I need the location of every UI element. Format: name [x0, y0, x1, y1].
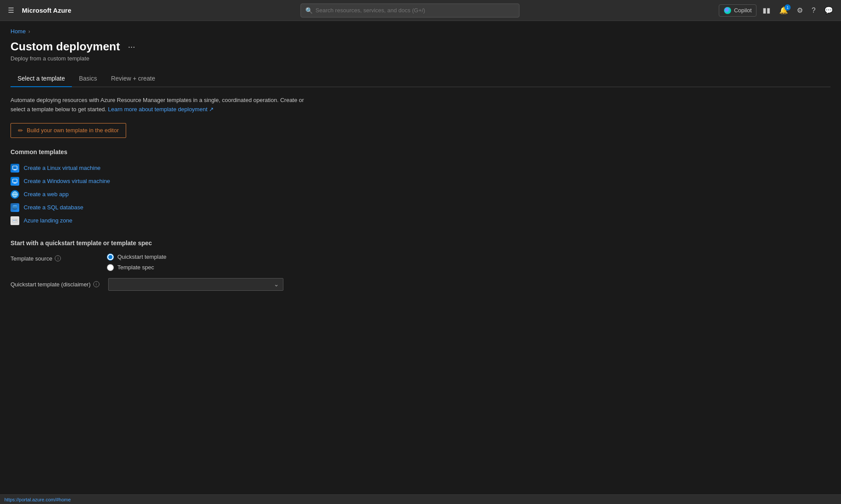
copilot-button[interactable]: Copilot [719, 4, 756, 17]
list-item: Create a web app [11, 188, 830, 201]
list-item: Create a Linux virtual machine [11, 162, 830, 175]
svg-rect-17 [15, 221, 17, 221]
svg-rect-1 [13, 166, 17, 169]
template-source-row: Template source i Quickstart template Te… [11, 254, 830, 271]
main-content: Home › Custom deployment ··· Deploy from… [0, 21, 841, 305]
svg-rect-3 [14, 170, 17, 170]
landing-svg [12, 218, 18, 224]
description-text: Automate deploying resources with Azure … [11, 96, 317, 114]
vm-svg [12, 166, 18, 171]
search-box[interactable]: 🔍 [300, 4, 519, 18]
svg-rect-6 [14, 183, 17, 183]
web-svg [12, 191, 18, 197]
template-spec-option[interactable]: Template spec [107, 264, 166, 271]
help-button[interactable]: ? [809, 5, 818, 16]
nav-left: ☰ Microsoft Azure [5, 4, 102, 16]
breadcrumb-separator: › [28, 28, 30, 35]
tab-basics[interactable]: Basics [72, 70, 104, 87]
feedback-button[interactable]: 💬 [822, 4, 836, 16]
list-item: Create a Windows virtual machine [11, 175, 830, 188]
template-spec-radio[interactable] [107, 264, 114, 271]
common-templates-title: Common templates [11, 148, 830, 155]
nav-right: Copilot ▮▮ 🔔 1 ⚙ ? 💬 [719, 4, 836, 17]
search-area: 🔍 [102, 4, 719, 18]
windows-vm-icon [11, 177, 19, 186]
svg-rect-4 [13, 179, 17, 183]
svg-point-0 [724, 7, 731, 14]
tab-select-template[interactable]: Select a template [11, 70, 72, 87]
svg-rect-2 [14, 169, 16, 170]
sql-database-icon [11, 203, 19, 212]
search-input[interactable] [315, 7, 515, 14]
quickstart-template-select[interactable] [108, 278, 283, 291]
hamburger-menu-button[interactable]: ☰ [5, 4, 17, 16]
svg-rect-15 [13, 220, 15, 221]
copilot-icon [724, 7, 731, 14]
quickstart-template-option[interactable]: Quickstart template [107, 254, 166, 261]
quickstart-title: Start with a quickstart template or temp… [11, 240, 830, 247]
notifications-badge: 1 [784, 4, 791, 11]
more-options-button[interactable]: ··· [125, 41, 138, 53]
landing-zone-icon [11, 216, 19, 225]
build-button-label: Build your own template in the editor [27, 127, 119, 134]
status-bar: https://portal.azure.com/#home [0, 494, 841, 504]
linux-vm-link[interactable]: Create a Linux virtual machine [24, 165, 101, 171]
web-app-link[interactable]: Create a web app [24, 191, 69, 197]
list-item: Azure landing zone [11, 214, 830, 227]
quickstart-dropdown-label: Quickstart template (disclaimer) i [11, 281, 99, 288]
windows-vm-link[interactable]: Create a Windows virtual machine [24, 178, 110, 184]
quickstart-template-radio[interactable] [107, 254, 114, 261]
sql-svg [12, 204, 18, 211]
learn-more-link[interactable]: Learn more about template deployment ↗ [108, 106, 214, 113]
quickstart-dropdown-info-icon[interactable]: i [93, 281, 99, 287]
search-icon: 🔍 [305, 7, 313, 14]
copilot-label: Copilot [734, 7, 752, 14]
page-subtitle: Deploy from a custom template [11, 55, 830, 62]
edit-icon: ✏ [18, 127, 23, 134]
tab-bar: Select a template Basics Review + create [11, 70, 830, 87]
template-source-info-icon[interactable]: i [55, 255, 61, 261]
notifications-button[interactable]: 🔔 1 [777, 4, 791, 16]
svg-rect-5 [14, 183, 16, 183]
web-app-icon [11, 190, 19, 199]
settings-button[interactable]: ⚙ [794, 4, 806, 16]
breadcrumb-home[interactable]: Home [11, 28, 26, 35]
sql-database-link[interactable]: Create a SQL database [24, 204, 83, 211]
brand-name: Microsoft Azure [22, 7, 71, 14]
list-item: Create a SQL database [11, 201, 830, 214]
page-title-row: Custom deployment ··· [11, 40, 830, 53]
terminal-button[interactable]: ▮▮ [760, 4, 773, 16]
quickstart-section: Start with a quickstart template or temp… [11, 240, 830, 291]
linux-vm-icon [11, 164, 19, 173]
top-navigation: ☰ Microsoft Azure 🔍 Copilot ▮▮ [0, 0, 841, 21]
breadcrumb: Home › [11, 28, 830, 35]
template-list: Create a Linux virtual machine Create a … [11, 162, 830, 227]
build-template-button[interactable]: ✏ Build your own template in the editor [11, 123, 126, 138]
template-source-label: Template source i [11, 254, 98, 262]
page-title: Custom deployment [11, 40, 120, 53]
tab-review-create[interactable]: Review + create [104, 70, 162, 87]
win-vm-svg [12, 179, 18, 184]
common-templates-section: Common templates Create a Linux virtual … [11, 148, 830, 227]
landing-zone-link[interactable]: Azure landing zone [24, 217, 72, 224]
quickstart-dropdown-row: Quickstart template (disclaimer) i [11, 278, 830, 291]
svg-rect-16 [15, 220, 17, 220]
quickstart-dropdown-wrapper [108, 278, 283, 291]
template-source-radio-group: Quickstart template Template spec [107, 254, 166, 271]
status-url[interactable]: https://portal.azure.com/#home [4, 497, 71, 502]
